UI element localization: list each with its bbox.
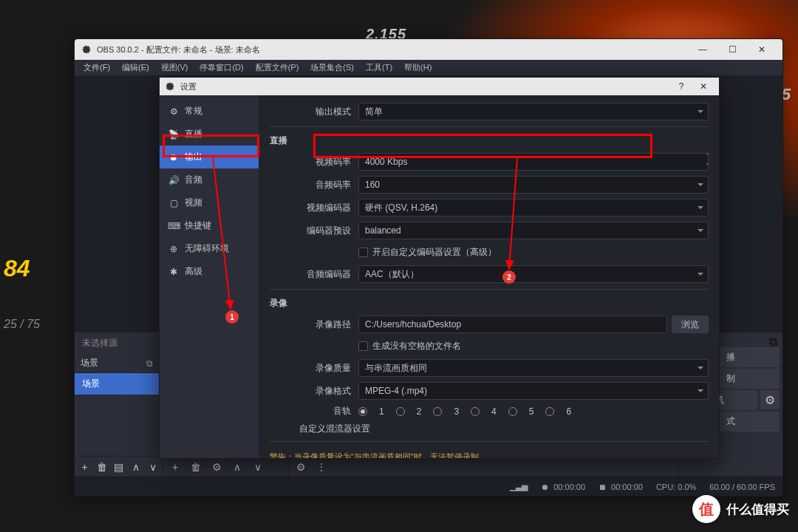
output-mode-label: 输出模式 [270,106,358,118]
menu-file[interactable]: 文件(F) [78,61,116,75]
video-bitrate-label: 视频码率 [270,156,358,168]
gear-icon: ⚙ [168,106,179,117]
audio-bitrate-label: 音频码率 [270,179,358,191]
record-section-title: 录像 [270,297,709,310]
nav-hotkeys[interactable]: ⌨快捷键 [160,214,259,237]
virtual-cam-settings-button[interactable]: ⚙ [760,390,780,409]
settings-titlebar[interactable]: 设置 ? ✕ [160,78,719,95]
settings-help-button[interactable]: ? [670,76,692,97]
nav-advanced[interactable]: ✱高级 [160,260,259,283]
remove-source-button[interactable]: 🗑 [188,460,203,474]
divider [270,289,709,290]
obs-logo-icon [164,81,176,92]
status-cpu: CPU: 0.0% [656,482,696,491]
audio-bitrate-select[interactable]: 160 [358,176,709,194]
stream-section-title: 直播 [270,134,709,147]
nav-stream[interactable]: 📡直播 [160,123,259,146]
popout-icon[interactable]: ⧉ [146,358,157,369]
sources-toolbar: + 🗑 ⚙ ∧ ∨ [163,456,288,477]
audio-encoder-select[interactable]: AAC（默认） [358,265,709,283]
divider [270,441,709,442]
track-radio-2[interactable] [396,407,405,416]
maximize-button[interactable]: ☐ [717,39,747,60]
status-bar: ▁▃▅ ⏺00:00:00 ⏹00:00:00 CPU: 0.0% 60.00 … [75,477,782,496]
rec-format-select[interactable]: MPEG-4 (.mp4) [358,382,709,400]
keyboard-icon: ⌨ [168,221,179,231]
scenes-header[interactable]: 场景 ⧉ [75,354,163,373]
mixer-menu-button[interactable]: ⋮ [314,460,329,474]
nav-general[interactable]: ⚙常规 [160,100,259,123]
scenes-title: 场景 [81,357,98,369]
minimize-button[interactable]: — [688,39,717,60]
rec-quality-select[interactable]: 与串流画质相同 [358,359,709,377]
custom-mux-label: 自定义混流器设置 [270,423,378,435]
mixer-settings-button[interactable]: ⚙ [293,460,308,474]
track-radio-6[interactable] [545,407,554,416]
popout-icon[interactable]: ⧉ [769,335,780,346]
settings-sidebar: ⚙常规 📡直播 ⏺输出 🔊音频 ▢视频 ⌨快捷键 ⊕无障碍环境 ✱高级 [160,95,259,458]
output-icon: ⏺ [168,152,179,163]
advanced-icon: ✱ [168,267,179,277]
watermark-text: 什么值得买 [726,501,789,518]
settings-close-button[interactable]: ✕ [692,76,715,97]
menu-scene-collection[interactable]: 场景集合(S) [304,61,360,75]
menu-edit[interactable]: 编辑(E) [116,61,155,75]
source-props-button[interactable]: ⚙ [209,460,224,474]
track-radio-4[interactable] [471,407,480,416]
main-titlebar[interactable]: OBS 30.0.2 - 配置文件: 未命名 - 场景: 未命名 — ☐ ✕ [75,39,782,60]
nav-video[interactable]: ▢视频 [160,191,259,214]
video-bitrate-input[interactable]: 4000 Kbps [358,153,709,171]
settings-dialog: 设置 ? ✕ ⚙常规 📡直播 ⏺输出 🔊音频 ▢视频 ⌨快捷键 ⊕无障碍环境 ✱… [159,77,720,459]
nav-accessibility[interactable]: ⊕无障碍环境 [160,237,259,260]
video-encoder-label: 视频编码器 [270,202,358,214]
scene-down-button[interactable]: ∨ [147,460,158,474]
add-source-button[interactable]: + [168,460,183,474]
scene-filter-button[interactable]: ▤ [113,460,124,474]
audio-encoder-label: 音频编码器 [270,268,358,281]
custom-encoder-checkbox[interactable] [358,248,368,257]
track-radio-5[interactable] [508,407,517,416]
scene-up-button[interactable]: ∧ [130,460,141,474]
custom-encoder-label: 开启自定义编码器设置（高级） [372,246,497,259]
nav-audio[interactable]: 🔊音频 [160,168,259,191]
settings-content: 输出模式 简单 直播 视频码率 4000 Kbps 音频码率 160 视频编码器… [259,95,719,458]
source-up-button[interactable]: ∧ [230,460,245,474]
rec-path-label: 录像路径 [270,318,358,331]
status-fps: 60.00 / 60.00 FPS [709,482,775,491]
mixer-toolbar: ⚙ ⋮ [289,456,678,477]
menu-tools[interactable]: 工具(T) [360,61,398,75]
encoder-preset-select[interactable]: balanced [358,222,709,239]
add-scene-button[interactable]: + [79,460,90,474]
settings-title: 设置 [180,81,670,92]
warning-text-1: 警告：当录像质量设为"与串流画质相同"时，无法暂停录制。 [270,448,709,458]
stream-icon: 📡 [168,129,179,140]
menu-view[interactable]: 视图(V) [155,61,194,75]
rec-format-label: 录像格式 [270,385,358,398]
watermark-icon: 值 [692,495,720,523]
video-encoder-select[interactable]: 硬件 (QSV, H.264) [358,199,709,216]
window-title: OBS 30.0.2 - 配置文件: 未命名 - 场景: 未命名 [97,44,688,55]
menu-profile[interactable]: 配置文件(P) [250,61,305,75]
audio-icon: 🔊 [168,175,179,185]
output-mode-select[interactable]: 简单 [358,103,709,120]
scene-item[interactable]: 场景 [75,373,163,395]
menu-help[interactable]: 帮助(H) [398,61,437,75]
encoder-preset-label: 编码器预设 [270,225,358,237]
rec-path-input[interactable]: C:/Users/hchua/Desktop [358,316,667,333]
browse-button[interactable]: 浏览 [672,316,709,333]
nospace-label: 生成没有空格的文件名 [372,340,461,352]
nav-output[interactable]: ⏺输出 [160,146,259,168]
main-menubar: 文件(F) 编辑(E) 视图(V) 停靠窗口(D) 配置文件(P) 场景集合(S… [75,60,782,76]
menu-dock[interactable]: 停靠窗口(D) [194,61,249,75]
remove-scene-button[interactable]: 🗑 [96,460,107,474]
divider [270,126,709,127]
source-down-button[interactable]: ∨ [250,460,265,474]
nospace-checkbox[interactable] [358,341,368,351]
track-radio-1[interactable] [358,407,367,416]
wallpaper-text: 25 / 75 [4,318,40,331]
video-icon: ▢ [168,198,179,208]
track-radio-3[interactable] [433,407,442,416]
close-button[interactable]: ✕ [747,39,777,60]
status-rec-time: ⏺00:00:00 [541,482,585,491]
obs-logo-icon [81,44,92,55]
